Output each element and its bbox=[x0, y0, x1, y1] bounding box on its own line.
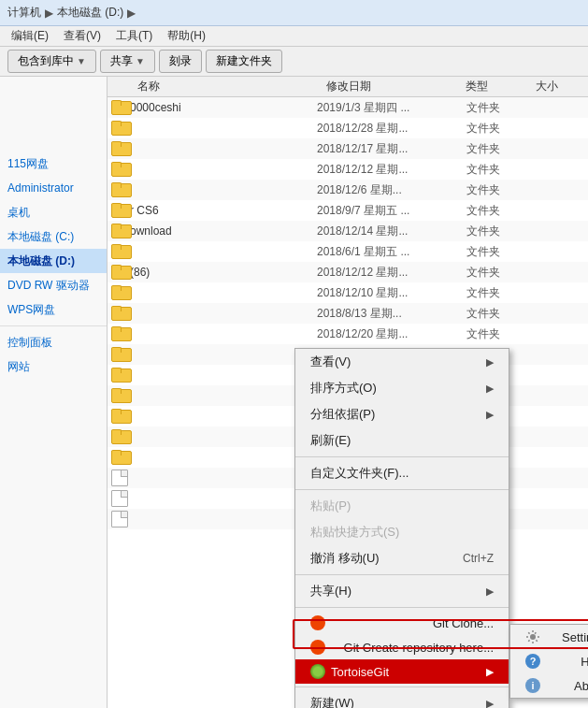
submenu-help[interactable]: ? Help bbox=[510, 649, 588, 673]
ctx-tortoisegit[interactable]: TortoiseGit ▶ bbox=[295, 659, 509, 684]
file-type: 文件夹 bbox=[466, 203, 541, 219]
ctx-sort[interactable]: 排序方式(O) ▶ bbox=[295, 375, 509, 401]
ctx-view[interactable]: 查看(V) ▶ bbox=[295, 349, 509, 375]
ctx-paste[interactable]: 粘贴(P) bbox=[295, 493, 509, 519]
menu-edit[interactable]: 编辑(E) bbox=[4, 26, 56, 46]
file-row[interactable]: ownload 2018/12/14 星期... 文件夹 bbox=[108, 221, 588, 241]
git-clone-icon bbox=[310, 615, 325, 630]
file-row[interactable]: 2018/12/28 星期... 文件夹 bbox=[108, 118, 588, 138]
ctx-share[interactable]: 共享(H) ▶ bbox=[295, 578, 509, 604]
file-name: ownload bbox=[130, 224, 317, 238]
ctx-refresh[interactable]: 刷新(E) bbox=[295, 427, 509, 454]
submenu-settings[interactable]: Settings bbox=[510, 625, 588, 649]
breadcrumb-arrow2: ▶ bbox=[127, 7, 136, 20]
sidebar-item-control-panel[interactable]: 控制面板 bbox=[0, 330, 107, 354]
file-row[interactable]: (86) 2018/12/12 星期... 文件夹 bbox=[108, 262, 588, 282]
ctx-custom-folder[interactable]: 自定义文件夹(F)... bbox=[295, 460, 509, 486]
toolbar-include-library[interactable]: 包含到库中 ▼ bbox=[7, 50, 96, 73]
file-type: 文件夹 bbox=[466, 100, 541, 116]
file-name: (86) bbox=[130, 266, 317, 279]
file-date: 2018/9/7 星期五 ... bbox=[317, 203, 466, 219]
git-create-icon bbox=[310, 640, 325, 655]
folder-icon bbox=[111, 265, 130, 280]
ctx-git-create[interactable]: Git Create repository here... bbox=[295, 635, 509, 659]
ctx-new[interactable]: 新建(W) ▶ bbox=[295, 690, 509, 708]
file-name: 0000ceshi bbox=[130, 101, 317, 114]
sidebar-item-website[interactable]: 网站 bbox=[0, 354, 107, 379]
menu-view[interactable]: 查看(V) bbox=[56, 26, 108, 46]
file-date: 2018/6/1 星期五 ... bbox=[317, 244, 466, 260]
col-name: 名称 bbox=[134, 79, 326, 94]
file-date: 2018/12/10 星期... bbox=[317, 285, 466, 301]
ctx-arrow-icon: ▶ bbox=[486, 698, 494, 709]
folder-icon bbox=[111, 347, 130, 362]
folder-icon bbox=[111, 409, 130, 424]
sidebar-item-wps[interactable]: WPS网盘 bbox=[0, 297, 107, 322]
breadcrumb-computer[interactable]: 计算机 bbox=[7, 5, 41, 21]
folder-icon bbox=[111, 121, 130, 136]
file-date: 2018/12/20 星期... bbox=[317, 326, 466, 342]
file-type: 文件夹 bbox=[466, 244, 541, 260]
sidebar-item-admin[interactable]: Administrator bbox=[0, 176, 107, 200]
ctx-separator4 bbox=[295, 607, 509, 608]
sidebar-item-d[interactable]: 本地磁盘 (D:) bbox=[0, 249, 107, 273]
file-type: 文件夹 bbox=[466, 326, 541, 342]
ctx-git-clone[interactable]: Git Clone... bbox=[295, 611, 509, 635]
menu-bar: 编辑(E) 查看(V) 工具(T) 帮助(H) bbox=[0, 26, 588, 47]
folder-icon bbox=[111, 429, 130, 444]
file-row[interactable]: 2018/12/12 星期... 文件夹 bbox=[108, 159, 588, 180]
submenu-about[interactable]: i About bbox=[510, 673, 588, 698]
col-date: 修改日期 bbox=[326, 79, 466, 94]
ctx-paste-shortcut[interactable]: 粘贴快捷方式(S) bbox=[295, 519, 509, 545]
sidebar-item-115[interactable]: 115网盘 bbox=[0, 152, 107, 176]
toolbar-share[interactable]: 共享 ▼ bbox=[100, 50, 155, 73]
ctx-separator5 bbox=[295, 686, 509, 687]
file-row[interactable]: 2018/12/20 星期... 文件夹 bbox=[108, 324, 588, 344]
folder-icon bbox=[111, 141, 130, 156]
help-icon: ? bbox=[525, 654, 540, 669]
folder-icon bbox=[111, 244, 130, 259]
ctx-undo-move[interactable]: 撤消 移动(U) Ctrl+Z bbox=[295, 545, 509, 571]
breadcrumb-disk[interactable]: 本地磁盘 (D:) bbox=[57, 5, 123, 21]
ctx-separator3 bbox=[295, 574, 509, 575]
folder-icon bbox=[111, 100, 130, 115]
file-row[interactable]: 2018/12/6 星期... 文件夹 bbox=[108, 180, 588, 200]
folder-icon bbox=[111, 224, 130, 238]
folder-icon bbox=[111, 326, 130, 341]
file-type: 文件夹 bbox=[466, 224, 541, 239]
folder-icon bbox=[111, 368, 130, 383]
sidebar: 115网盘 Administrator 桌机 本地磁盘 (C:) 本地磁盘 (D… bbox=[0, 77, 108, 708]
ctx-arrow-icon: ▶ bbox=[486, 666, 494, 678]
file-icon bbox=[111, 511, 128, 527]
file-row[interactable]: 2018/6/1 星期五 ... 文件夹 bbox=[108, 241, 588, 262]
menu-help[interactable]: 帮助(H) bbox=[160, 26, 213, 46]
file-row[interactable]: 0000ceshi 2019/1/3 星期四 ... 文件夹 bbox=[108, 97, 588, 118]
file-type: 文件夹 bbox=[466, 306, 541, 322]
file-row[interactable]: 2018/12/10 星期... 文件夹 bbox=[108, 282, 588, 303]
col-type: 类型 bbox=[466, 79, 536, 94]
ctx-group[interactable]: 分组依据(P) ▶ bbox=[295, 401, 509, 427]
settings-icon bbox=[525, 629, 540, 644]
breadcrumb-arrow1: ▶ bbox=[45, 7, 53, 20]
file-date: 2018/12/6 星期... bbox=[317, 182, 466, 198]
file-type: 文件夹 bbox=[466, 121, 541, 137]
toolbar-new-folder[interactable]: 新建文件夹 bbox=[206, 50, 282, 73]
sidebar-item-c[interactable]: 本地磁盘 (C:) bbox=[0, 224, 107, 249]
menu-tools[interactable]: 工具(T) bbox=[108, 26, 160, 46]
file-icon bbox=[111, 490, 128, 507]
file-date: 2018/12/17 星期... bbox=[317, 141, 466, 157]
file-type: 文件夹 bbox=[466, 285, 541, 301]
file-icon bbox=[111, 470, 128, 486]
file-date: 2018/8/13 星期... bbox=[317, 306, 466, 322]
file-date: 2018/12/28 星期... bbox=[317, 121, 466, 137]
folder-icon bbox=[111, 182, 130, 197]
folder-icon bbox=[111, 162, 130, 177]
file-row[interactable]: r CS6 2018/9/7 星期五 ... 文件夹 bbox=[108, 200, 588, 221]
dropdown-arrow-icon2: ▼ bbox=[136, 56, 145, 66]
dropdown-arrow-icon: ▼ bbox=[77, 56, 86, 66]
sidebar-item-dvd[interactable]: DVD RW 驱动器 bbox=[0, 273, 107, 297]
file-row[interactable]: 2018/8/13 星期... 文件夹 bbox=[108, 303, 588, 324]
toolbar-burn[interactable]: 刻录 bbox=[159, 50, 202, 73]
file-row[interactable]: 2018/12/17 星期... 文件夹 bbox=[108, 138, 588, 159]
sidebar-item-desktop[interactable]: 桌机 bbox=[0, 200, 107, 224]
